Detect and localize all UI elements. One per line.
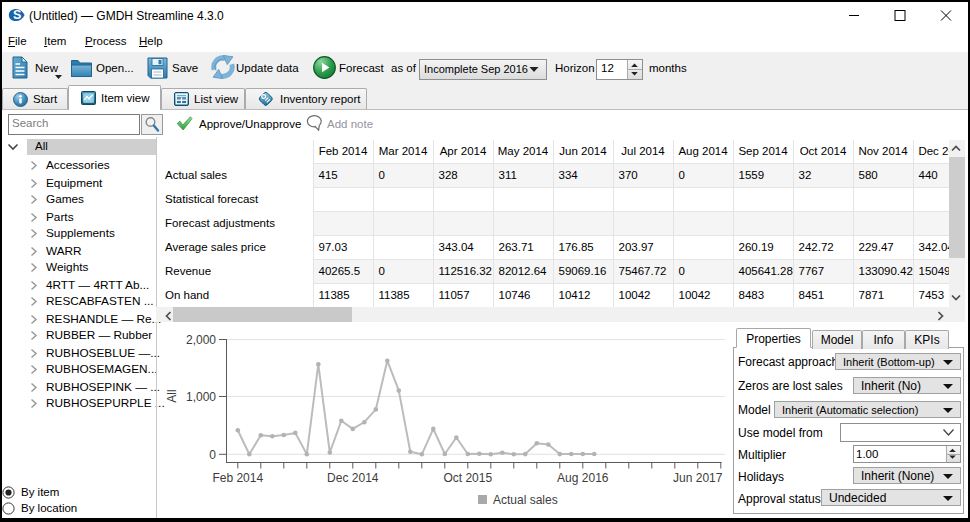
svg-text:All: All: [165, 389, 179, 402]
svg-text:2,000: 2,000: [186, 333, 216, 347]
svg-text:1,000: 1,000: [186, 390, 216, 404]
svg-text:S: S: [13, 8, 21, 22]
svg-text:0: 0: [209, 448, 216, 462]
svg-text:Feb 2014: Feb 2014: [212, 471, 263, 485]
svg-text:Oct 2015: Oct 2015: [443, 471, 492, 485]
svg-text:Jun 2017: Jun 2017: [673, 471, 723, 485]
svg-text:Actual sales: Actual sales: [493, 493, 558, 507]
svg-text:Aug 2016: Aug 2016: [557, 471, 609, 485]
svg-text:Dec 2014: Dec 2014: [327, 471, 379, 485]
